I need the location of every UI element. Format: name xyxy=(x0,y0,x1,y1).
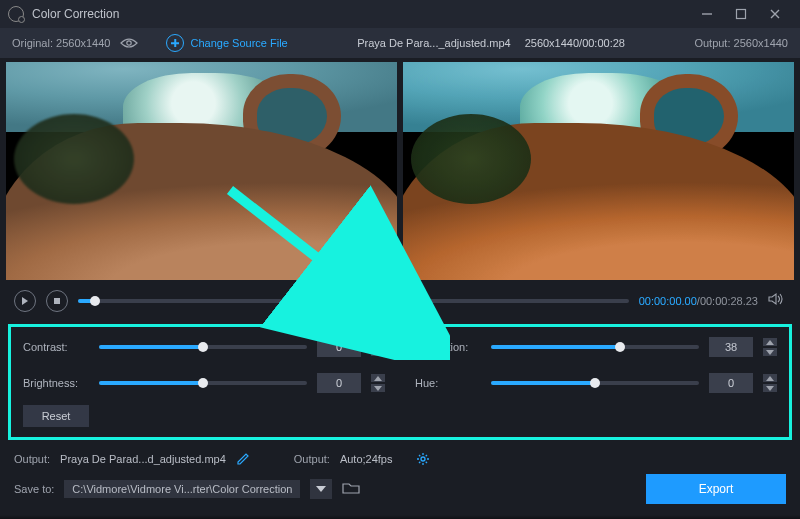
svg-rect-0 xyxy=(737,10,746,19)
source-dims-duration: 2560x1440/00:00:28 xyxy=(525,37,625,49)
save-path-dropdown[interactable] xyxy=(310,479,332,499)
open-folder-icon[interactable] xyxy=(342,481,360,497)
contrast-spinner[interactable] xyxy=(371,338,385,356)
hue-spinner[interactable] xyxy=(763,374,777,392)
brightness-value[interactable]: 0 xyxy=(317,373,361,393)
saturation-slider[interactable] xyxy=(491,345,699,349)
save-path[interactable]: C:\Vidmore\Vidmore Vi...rter\Color Corre… xyxy=(64,480,300,498)
hue-label: Hue: xyxy=(415,377,481,389)
time-display: 00:00:00.00/00:00:28.23 xyxy=(639,295,758,307)
output-settings-icon[interactable] xyxy=(416,452,430,466)
output-label: Output: 2560x1440 xyxy=(694,37,788,49)
save-to-key: Save to: xyxy=(14,483,54,495)
output-file-key: Output: xyxy=(14,453,50,465)
svg-point-1 xyxy=(127,41,131,45)
stop-button[interactable] xyxy=(46,290,68,312)
brightness-slider[interactable] xyxy=(99,381,307,385)
saturation-spin-down[interactable] xyxy=(763,348,777,356)
saturation-spin-up[interactable] xyxy=(763,338,777,346)
app-icon xyxy=(8,6,24,22)
window-title: Color Correction xyxy=(32,7,119,21)
output-format-key: Output: xyxy=(294,453,330,465)
svg-rect-2 xyxy=(54,298,60,304)
output-file-row: Output: Praya De Parad...d_adjusted.mp4 … xyxy=(0,448,800,470)
time-current: 00:00:00.00 xyxy=(639,295,697,307)
hue-slider[interactable] xyxy=(491,381,699,385)
contrast-label: Contrast: xyxy=(23,341,89,353)
reset-button[interactable]: Reset xyxy=(23,405,89,427)
maximize-button[interactable] xyxy=(724,0,758,28)
save-to-row: Save to: C:\Vidmore\Vidmore Vi...rter\Co… xyxy=(0,470,800,514)
minimize-button[interactable] xyxy=(690,0,724,28)
time-total: 00:00:28.23 xyxy=(700,295,758,307)
original-label: Original: 2560x1440 xyxy=(12,37,110,49)
rename-output-icon[interactable] xyxy=(236,452,250,466)
output-format-value: Auto;24fps xyxy=(340,453,393,465)
preview-toggle-icon[interactable] xyxy=(120,34,138,52)
saturation-row: Saturation: 38 xyxy=(415,337,777,357)
preview-adjusted xyxy=(403,62,794,280)
contrast-row: Contrast: 0 xyxy=(23,337,385,357)
contrast-spin-up[interactable] xyxy=(371,338,385,346)
close-button[interactable] xyxy=(758,0,792,28)
export-button[interactable]: Export xyxy=(646,474,786,504)
info-bar: Original: 2560x1440 Change Source File P… xyxy=(0,28,800,58)
hue-row: Hue: 0 xyxy=(415,373,777,393)
brightness-spin-up[interactable] xyxy=(371,374,385,382)
brightness-row: Brightness: 0 xyxy=(23,373,385,393)
preview-original xyxy=(6,62,397,280)
contrast-spin-down[interactable] xyxy=(371,348,385,356)
brightness-spin-down[interactable] xyxy=(371,384,385,392)
plus-icon xyxy=(166,34,184,52)
preview-row xyxy=(0,58,800,280)
svg-point-3 xyxy=(421,457,425,461)
playback-bar: 00:00:00.00/00:00:28.23 xyxy=(0,280,800,320)
source-filename: Praya De Para..._adjusted.mp4 xyxy=(357,37,510,49)
contrast-value[interactable]: 0 xyxy=(317,337,361,357)
contrast-slider[interactable] xyxy=(99,345,307,349)
output-file-value: Praya De Parad...d_adjusted.mp4 xyxy=(60,453,226,465)
saturation-value[interactable]: 38 xyxy=(709,337,753,357)
titlebar: Color Correction xyxy=(0,0,800,28)
volume-icon[interactable] xyxy=(768,292,786,310)
hue-spin-up[interactable] xyxy=(763,374,777,382)
change-source-button[interactable]: Change Source File xyxy=(166,34,287,52)
play-button[interactable] xyxy=(14,290,36,312)
change-source-label: Change Source File xyxy=(190,37,287,49)
saturation-spinner[interactable] xyxy=(763,338,777,356)
brightness-label: Brightness: xyxy=(23,377,89,389)
brightness-spinner[interactable] xyxy=(371,374,385,392)
hue-spin-down[interactable] xyxy=(763,384,777,392)
color-adjust-panel: Contrast: 0 Saturation: 38 Brightness: 0 xyxy=(8,324,792,440)
seek-slider[interactable] xyxy=(78,299,629,303)
hue-value[interactable]: 0 xyxy=(709,373,753,393)
saturation-label: Saturation: xyxy=(415,341,481,353)
